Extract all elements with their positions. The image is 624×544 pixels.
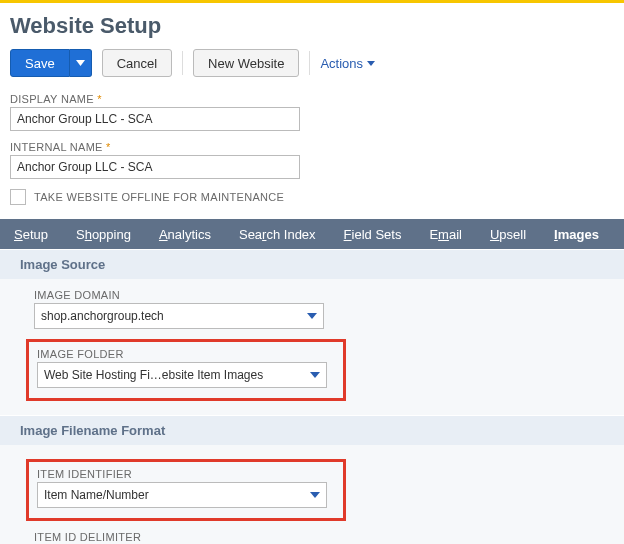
divider bbox=[182, 51, 183, 75]
divider bbox=[309, 51, 310, 75]
caret-down-icon bbox=[76, 60, 85, 66]
display-name-label: DISPLAY NAME * bbox=[10, 93, 614, 105]
highlight-item-identifier: ITEM IDENTIFIER Item Name/Number bbox=[26, 459, 346, 521]
tab-email[interactable]: Email bbox=[415, 219, 476, 249]
image-folder-label: IMAGE FOLDER bbox=[37, 348, 335, 360]
highlight-image-folder: IMAGE FOLDER Web Site Hosting Fi…ebsite … bbox=[26, 339, 346, 401]
item-identifier-select[interactable]: Item Name/Number bbox=[37, 482, 327, 508]
tab-shopping[interactable]: Shopping bbox=[62, 219, 145, 249]
page-title: Website Setup bbox=[10, 13, 614, 39]
actions-menu[interactable]: Actions bbox=[320, 56, 375, 71]
tab-search-index[interactable]: Search Index bbox=[225, 219, 330, 249]
cancel-button[interactable]: Cancel bbox=[102, 49, 172, 77]
section-filename-format: Image Filename Format bbox=[0, 415, 624, 445]
image-domain-select[interactable]: shop.anchorgroup.tech bbox=[34, 303, 324, 329]
actions-label: Actions bbox=[320, 56, 363, 71]
save-button[interactable]: Save bbox=[10, 49, 70, 77]
caret-down-icon bbox=[310, 372, 320, 378]
save-dropdown-arrow[interactable] bbox=[70, 49, 92, 77]
toolbar: Save Cancel New Website Actions bbox=[10, 49, 614, 77]
internal-name-input[interactable] bbox=[10, 155, 300, 179]
image-domain-value: shop.anchorgroup.tech bbox=[41, 309, 164, 323]
new-website-button[interactable]: New Website bbox=[193, 49, 299, 77]
tab-images[interactable]: Images bbox=[540, 219, 613, 249]
tab-setup[interactable]: Setup bbox=[0, 219, 62, 249]
tab-analytics[interactable]: Analytics bbox=[145, 219, 225, 249]
image-folder-select[interactable]: Web Site Hosting Fi…ebsite Item Images bbox=[37, 362, 327, 388]
offline-label: TAKE WEBSITE OFFLINE FOR MAINTENANCE bbox=[34, 191, 284, 203]
item-id-delimiter-label: ITEM ID DELIMITER bbox=[34, 531, 604, 543]
offline-checkbox[interactable] bbox=[10, 189, 26, 205]
images-panel: Image Source IMAGE DOMAIN shop.anchorgro… bbox=[0, 249, 624, 544]
save-split-button[interactable]: Save bbox=[10, 49, 92, 77]
caret-down-icon bbox=[367, 61, 375, 66]
tab-bar: Setup Shopping Analytics Search Index Fi… bbox=[0, 219, 624, 249]
internal-name-label: INTERNAL NAME * bbox=[10, 141, 614, 153]
caret-down-icon bbox=[307, 313, 317, 319]
image-domain-label: IMAGE DOMAIN bbox=[34, 289, 604, 301]
image-folder-value: Web Site Hosting Fi…ebsite Item Images bbox=[44, 368, 263, 382]
tab-upsell[interactable]: Upsell bbox=[476, 219, 540, 249]
item-identifier-label: ITEM IDENTIFIER bbox=[37, 468, 335, 480]
tab-field-sets[interactable]: Field Sets bbox=[330, 219, 416, 249]
section-image-source: Image Source bbox=[0, 249, 624, 279]
caret-down-icon bbox=[310, 492, 320, 498]
display-name-input[interactable] bbox=[10, 107, 300, 131]
item-identifier-value: Item Name/Number bbox=[44, 488, 149, 502]
